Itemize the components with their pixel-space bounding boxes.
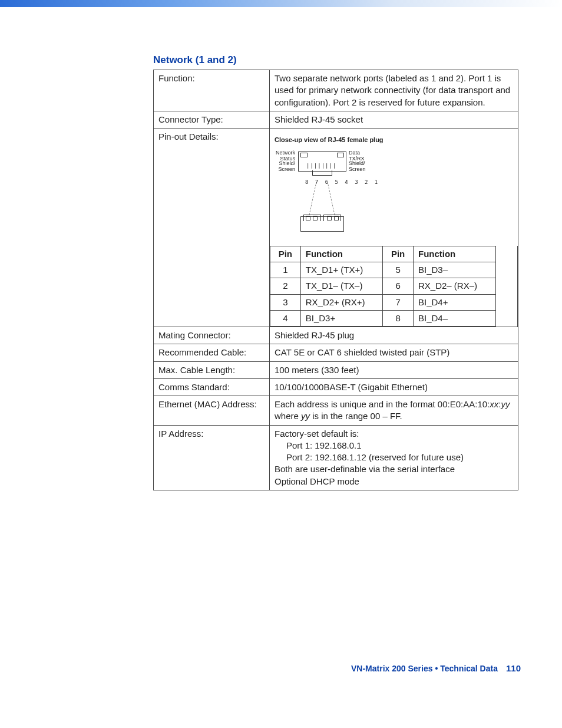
- mac-yy2: yy: [301, 411, 310, 421]
- pin-number: 4: [270, 310, 301, 326]
- table-row: Mating Connector: Shielded RJ-45 plug: [154, 327, 518, 344]
- ip-line: Port 1: 192.168.0.1: [275, 440, 513, 452]
- mac-text: Each address is unique and in the format…: [275, 399, 490, 409]
- pin-function: BI_D3+: [300, 310, 383, 326]
- row-label: Function:: [154, 70, 270, 111]
- table-row: Function: Two separate network ports (la…: [154, 70, 518, 111]
- pin-header: Pin: [270, 246, 301, 262]
- pin-function: BI_D4–: [413, 310, 495, 326]
- row-value: Two separate network ports (labeled as 1…: [270, 70, 518, 111]
- row-label: Max. Cable Length:: [154, 361, 270, 378]
- row-label: IP Address:: [154, 425, 270, 490]
- diagram-label-shield-right: Shield/ Screen: [349, 161, 366, 173]
- pin-function: BI_D3–: [413, 262, 495, 278]
- pin-number: 2: [270, 278, 301, 294]
- ip-line: Port 2: 192.168.1.12 (reserved for futur…: [275, 452, 513, 463]
- row-label: Recommended Cable:: [154, 344, 270, 361]
- mac-xx: xx: [490, 399, 498, 409]
- pin-function-table: Pin Function Pin Function 1 TX_D1+ (TX+)…: [270, 246, 518, 327]
- row-label: Connector Type:: [154, 111, 270, 128]
- row-value: 10/100/1000BASE-T (Gigabit Ethernet): [270, 378, 518, 396]
- pin-function: TX_D1– (TX–): [300, 278, 383, 294]
- pin-row: 4 BI_D3+ 8 BI_D4–: [270, 310, 518, 326]
- pin-number: 6: [383, 278, 414, 294]
- row-label: Mating Connector:: [154, 327, 270, 344]
- row-value: Shielded RJ-45 plug: [270, 327, 518, 344]
- row-value: Each address is unique and in the format…: [270, 396, 518, 426]
- mac-yy: yy: [501, 399, 510, 409]
- pin-number: 8: [383, 310, 414, 326]
- row-label: Comms Standard:: [154, 378, 270, 396]
- row-value: Shielded RJ-45 socket: [270, 111, 518, 128]
- pin-number: 5: [383, 262, 414, 278]
- table-row: Ethernet (MAC) Address: Each address is …: [154, 396, 518, 426]
- row-value: 100 meters (330 feet): [270, 361, 518, 378]
- footer-section: Technical Data: [440, 664, 498, 673]
- table-row: IP Address: Factory-set default is: Port…: [154, 425, 518, 490]
- table-row: Pin-out Details: Close-up view of RJ-45 …: [154, 129, 518, 327]
- pin-number: 1: [270, 262, 301, 278]
- pin-function: RX_D2– (RX–): [413, 278, 495, 294]
- pin-row: 3 RX_D2+ (RX+) 7 BI_D4+: [270, 294, 518, 310]
- row-label: Pin-out Details:: [154, 129, 270, 327]
- row-label: Ethernet (MAC) Address:: [154, 396, 270, 426]
- pin-function: TX_D1+ (TX+): [300, 262, 383, 278]
- rj45-diagram: Close-up view of RJ-45 female plug |||||…: [270, 129, 518, 246]
- pin-header: Pin: [383, 246, 414, 262]
- ip-line: Optional DHCP mode: [275, 476, 359, 486]
- pin-number: 3: [270, 294, 301, 310]
- ip-line: Factory-set default is:: [275, 429, 359, 439]
- pin-row: 1 TX_D1+ (TX+) 5 BI_D3–: [270, 262, 518, 278]
- pin-function: BI_D4+: [413, 294, 495, 310]
- rj45-zoom-detail: [300, 216, 344, 232]
- page-body: Network (1 and 2) Function: Two separate…: [0, 7, 562, 691]
- row-value: CAT 5E or CAT 6 shielded twisted pair (S…: [270, 344, 518, 361]
- pinout-cell: Close-up view of RJ-45 female plug |||||…: [270, 129, 518, 327]
- table-row: Recommended Cable: CAT 5E or CAT 6 shiel…: [154, 344, 518, 361]
- page-footer: VN-Matrix 200 Series • Technical Data110: [351, 663, 521, 673]
- table-row: Connector Type: Shielded RJ-45 socket: [154, 111, 518, 128]
- spec-table: Function: Two separate network ports (la…: [153, 70, 518, 490]
- pin-function: RX_D2+ (RX+): [300, 294, 383, 310]
- rj45-schematic: |||||||| Network Status Shield/ Screen D…: [275, 147, 381, 235]
- function-header: Function: [300, 246, 383, 262]
- footer-page-number: 110: [506, 663, 521, 673]
- pin-number: 7: [383, 294, 414, 310]
- diagram-label-shield-left: Shield/ Screen: [272, 161, 295, 173]
- section-heading: Network (1 and 2): [153, 54, 521, 66]
- header-gradient-bar: [0, 0, 562, 7]
- ip-line: Both are user-definable via the serial i…: [275, 464, 455, 474]
- function-header: Function: [413, 246, 495, 262]
- diagram-pin-numbers: 8 7 6 5 4 3 2 1: [305, 180, 379, 186]
- pin-row: 2 TX_D1– (TX–) 6 RX_D2– (RX–): [270, 278, 518, 294]
- table-row: Comms Standard: 10/100/1000BASE-T (Gigab…: [154, 378, 518, 396]
- table-row: Max. Cable Length: 100 meters (330 feet): [154, 361, 518, 378]
- diagram-title: Close-up view of RJ-45 female plug: [275, 136, 513, 144]
- footer-product: VN-Matrix 200 Series: [351, 664, 433, 673]
- row-value: Factory-set default is: Port 1: 192.168.…: [270, 425, 518, 490]
